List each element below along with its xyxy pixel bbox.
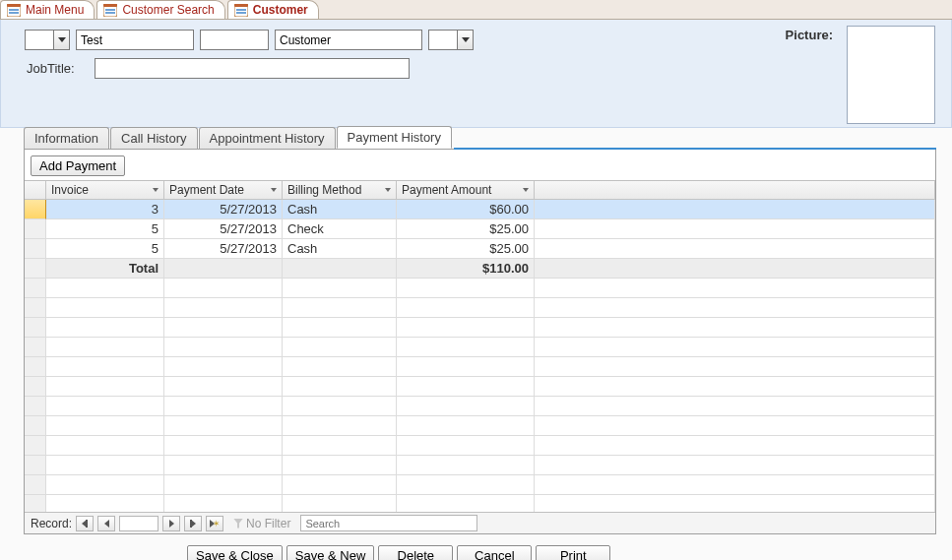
cell-empty	[164, 318, 283, 338]
cell-billing-method[interactable]: Cash	[283, 239, 397, 259]
job-title-input[interactable]	[95, 58, 410, 79]
cell-empty	[283, 456, 397, 475]
cell-empty	[164, 377, 283, 397]
grid-select-all[interactable]	[25, 181, 46, 200]
row-selector[interactable]	[25, 239, 46, 259]
no-filter-indicator[interactable]: No Filter	[233, 517, 290, 530]
cell-empty	[535, 495, 935, 512]
cell-empty	[397, 456, 535, 475]
svg-rect-1	[7, 4, 21, 7]
form-icon	[103, 4, 117, 17]
tab-call-history[interactable]: Call History	[110, 127, 197, 149]
col-billing-method[interactable]: Billing Method	[283, 181, 397, 200]
row-selector[interactable]	[25, 436, 46, 456]
cell-empty	[283, 377, 397, 397]
cell-empty	[46, 495, 164, 512]
cell-empty	[46, 416, 164, 436]
record-search-input[interactable]	[300, 515, 477, 531]
cell-payment-amount[interactable]: $60.00	[397, 200, 535, 219]
nav-next-button[interactable]	[162, 516, 180, 531]
cell-billing-method[interactable]: Cash	[283, 200, 397, 219]
svg-rect-2	[9, 9, 19, 11]
cell-spacer	[535, 200, 935, 219]
chevron-down-icon[interactable]	[457, 31, 473, 49]
col-payment-date[interactable]: Payment Date	[164, 181, 283, 200]
cell-empty	[46, 318, 164, 338]
form-footer-buttons: Save & Close Save & New Delete Cancel Pr…	[187, 545, 952, 560]
nav-last-button[interactable]	[184, 516, 202, 531]
cell-total-date	[164, 259, 283, 279]
cell-payment-amount[interactable]: $25.00	[397, 219, 535, 239]
cell-total-label: Total	[46, 259, 164, 279]
row-selector[interactable]	[25, 475, 46, 495]
suffix-input[interactable]	[429, 31, 457, 49]
cell-empty	[164, 279, 283, 298]
cell-empty	[164, 338, 283, 357]
cell-empty	[283, 318, 397, 338]
cell-empty	[164, 416, 283, 436]
cell-empty	[164, 436, 283, 456]
cell-payment-date[interactable]: 5/27/2013	[164, 239, 283, 259]
row-selector[interactable]	[25, 416, 46, 436]
row-selector[interactable]	[25, 279, 46, 298]
tab-payment-history[interactable]: Payment History	[337, 126, 452, 149]
prefix-input[interactable]	[26, 31, 53, 49]
cell-invoice[interactable]: 5	[46, 219, 164, 239]
form-icon	[234, 4, 248, 17]
chevron-down-icon	[385, 188, 391, 192]
col-payment-amount[interactable]: Payment Amount	[397, 181, 535, 200]
add-payment-button[interactable]: Add Payment	[31, 156, 125, 176]
row-selector[interactable]	[25, 377, 46, 397]
doc-tab-main-menu[interactable]: Main Menu	[0, 0, 95, 19]
first-name-input[interactable]	[76, 30, 194, 50]
chevron-down-icon[interactable]	[53, 31, 69, 49]
row-selector[interactable]	[25, 456, 46, 475]
row-selector[interactable]	[25, 495, 46, 512]
middle-name-input[interactable]	[200, 30, 269, 50]
last-name-input[interactable]	[275, 30, 422, 50]
cell-empty	[46, 397, 164, 416]
nav-first-button[interactable]	[76, 516, 94, 531]
col-invoice[interactable]: Invoice	[46, 181, 164, 200]
cell-invoice[interactable]: 3	[46, 200, 164, 219]
nav-new-button[interactable]: ✶	[206, 516, 223, 531]
cell-empty	[164, 475, 283, 495]
payment-grid: Invoice Payment Date Billing Method Paym…	[25, 181, 935, 512]
row-selector[interactable]	[25, 219, 46, 239]
picture-box[interactable]	[847, 26, 935, 124]
row-selector[interactable]	[25, 259, 46, 279]
delete-button[interactable]: Delete	[378, 545, 453, 560]
cell-billing-method[interactable]: Check	[283, 219, 397, 239]
doc-tab-customer[interactable]: Customer	[227, 0, 319, 19]
row-selector[interactable]	[25, 357, 46, 377]
cell-empty	[397, 436, 535, 456]
panel-accent-line	[454, 148, 936, 150]
picture-label: Picture:	[786, 28, 833, 42]
cell-invoice[interactable]: 5	[46, 239, 164, 259]
prefix-combo[interactable]	[25, 30, 70, 50]
row-selector[interactable]	[25, 318, 46, 338]
cell-empty	[46, 377, 164, 397]
save-new-button[interactable]: Save & New	[286, 545, 375, 560]
svg-rect-10	[236, 9, 246, 11]
print-button[interactable]: Print	[536, 545, 610, 560]
record-current-input[interactable]	[119, 516, 159, 531]
nav-prev-button[interactable]	[97, 516, 115, 531]
row-selector[interactable]	[25, 338, 46, 357]
cell-payment-date[interactable]: 5/27/2013	[164, 200, 283, 219]
doc-tab-customer-search[interactable]: Customer Search	[96, 0, 224, 19]
cell-empty	[397, 357, 535, 377]
cell-empty	[164, 357, 283, 377]
save-close-button[interactable]: Save & Close	[187, 545, 283, 560]
row-selector[interactable]	[25, 397, 46, 416]
cell-payment-date[interactable]: 5/27/2013	[164, 219, 283, 239]
row-selector[interactable]	[25, 200, 46, 219]
cell-empty	[397, 377, 535, 397]
cell-payment-amount[interactable]: $25.00	[397, 239, 535, 259]
tab-information[interactable]: Information	[24, 127, 109, 149]
cancel-button[interactable]: Cancel	[457, 545, 532, 560]
row-selector[interactable]	[25, 298, 46, 318]
suffix-combo[interactable]	[428, 30, 474, 50]
cell-total-amount: $110.00	[397, 259, 535, 279]
tab-appointment-history[interactable]: Appointment History	[199, 127, 336, 149]
